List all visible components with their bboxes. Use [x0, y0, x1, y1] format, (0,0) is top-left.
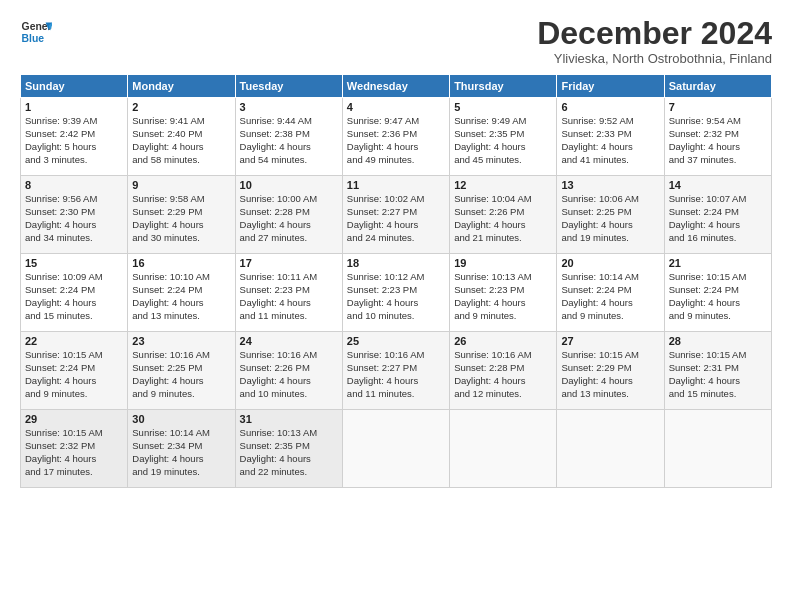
- table-row: 22Sunrise: 10:15 AM Sunset: 2:24 PM Dayl…: [21, 332, 128, 410]
- table-row: 10Sunrise: 10:00 AM Sunset: 2:28 PM Dayl…: [235, 176, 342, 254]
- day-info: Sunrise: 10:10 AM Sunset: 2:24 PM Daylig…: [132, 271, 230, 322]
- col-thursday: Thursday: [450, 75, 557, 98]
- day-number: 23: [132, 335, 230, 347]
- day-info: Sunrise: 10:02 AM Sunset: 2:27 PM Daylig…: [347, 193, 445, 244]
- header: General Blue December 2024 Ylivieska, No…: [20, 16, 772, 66]
- day-info: Sunrise: 9:47 AM Sunset: 2:36 PM Dayligh…: [347, 115, 445, 166]
- day-info: Sunrise: 9:52 AM Sunset: 2:33 PM Dayligh…: [561, 115, 659, 166]
- day-info: Sunrise: 10:13 AM Sunset: 2:23 PM Daylig…: [454, 271, 552, 322]
- day-number: 1: [25, 101, 123, 113]
- day-info: Sunrise: 10:16 AM Sunset: 2:28 PM Daylig…: [454, 349, 552, 400]
- table-row: 27Sunrise: 10:15 AM Sunset: 2:29 PM Dayl…: [557, 332, 664, 410]
- table-row: 5Sunrise: 9:49 AM Sunset: 2:35 PM Daylig…: [450, 98, 557, 176]
- table-row: 23Sunrise: 10:16 AM Sunset: 2:25 PM Dayl…: [128, 332, 235, 410]
- day-number: 10: [240, 179, 338, 191]
- table-row: 8Sunrise: 9:56 AM Sunset: 2:30 PM Daylig…: [21, 176, 128, 254]
- table-row: 30Sunrise: 10:14 AM Sunset: 2:34 PM Dayl…: [128, 410, 235, 488]
- day-number: 13: [561, 179, 659, 191]
- day-number: 17: [240, 257, 338, 269]
- day-info: Sunrise: 10:15 AM Sunset: 2:29 PM Daylig…: [561, 349, 659, 400]
- calendar-header-row: Sunday Monday Tuesday Wednesday Thursday…: [21, 75, 772, 98]
- col-wednesday: Wednesday: [342, 75, 449, 98]
- day-number: 28: [669, 335, 767, 347]
- table-row: 7Sunrise: 9:54 AM Sunset: 2:32 PM Daylig…: [664, 98, 771, 176]
- day-number: 2: [132, 101, 230, 113]
- day-info: Sunrise: 9:44 AM Sunset: 2:38 PM Dayligh…: [240, 115, 338, 166]
- table-row: 31Sunrise: 10:13 AM Sunset: 2:35 PM Dayl…: [235, 410, 342, 488]
- day-number: 27: [561, 335, 659, 347]
- table-row: 16Sunrise: 10:10 AM Sunset: 2:24 PM Dayl…: [128, 254, 235, 332]
- table-row: 1Sunrise: 9:39 AM Sunset: 2:42 PM Daylig…: [21, 98, 128, 176]
- table-row: 2Sunrise: 9:41 AM Sunset: 2:40 PM Daylig…: [128, 98, 235, 176]
- day-info: Sunrise: 10:16 AM Sunset: 2:26 PM Daylig…: [240, 349, 338, 400]
- logo-icon: General Blue: [20, 16, 52, 48]
- day-info: Sunrise: 10:15 AM Sunset: 2:31 PM Daylig…: [669, 349, 767, 400]
- calendar-table: Sunday Monday Tuesday Wednesday Thursday…: [20, 74, 772, 488]
- day-number: 16: [132, 257, 230, 269]
- calendar-week-1: 1Sunrise: 9:39 AM Sunset: 2:42 PM Daylig…: [21, 98, 772, 176]
- calendar-week-4: 22Sunrise: 10:15 AM Sunset: 2:24 PM Dayl…: [21, 332, 772, 410]
- table-row: 9Sunrise: 9:58 AM Sunset: 2:29 PM Daylig…: [128, 176, 235, 254]
- day-number: 18: [347, 257, 445, 269]
- day-number: 25: [347, 335, 445, 347]
- day-number: 31: [240, 413, 338, 425]
- month-title: December 2024: [537, 16, 772, 51]
- day-info: Sunrise: 9:49 AM Sunset: 2:35 PM Dayligh…: [454, 115, 552, 166]
- day-number: 26: [454, 335, 552, 347]
- day-number: 11: [347, 179, 445, 191]
- col-friday: Friday: [557, 75, 664, 98]
- table-row: 17Sunrise: 10:11 AM Sunset: 2:23 PM Dayl…: [235, 254, 342, 332]
- day-info: Sunrise: 10:15 AM Sunset: 2:24 PM Daylig…: [25, 349, 123, 400]
- svg-text:Blue: Blue: [22, 33, 45, 44]
- day-number: 14: [669, 179, 767, 191]
- page: General Blue December 2024 Ylivieska, No…: [0, 0, 792, 612]
- table-row: 19Sunrise: 10:13 AM Sunset: 2:23 PM Dayl…: [450, 254, 557, 332]
- col-sunday: Sunday: [21, 75, 128, 98]
- day-number: 8: [25, 179, 123, 191]
- day-number: 20: [561, 257, 659, 269]
- day-info: Sunrise: 10:04 AM Sunset: 2:26 PM Daylig…: [454, 193, 552, 244]
- col-tuesday: Tuesday: [235, 75, 342, 98]
- day-info: Sunrise: 10:06 AM Sunset: 2:25 PM Daylig…: [561, 193, 659, 244]
- col-monday: Monday: [128, 75, 235, 98]
- table-row: 6Sunrise: 9:52 AM Sunset: 2:33 PM Daylig…: [557, 98, 664, 176]
- day-number: 15: [25, 257, 123, 269]
- day-info: Sunrise: 10:16 AM Sunset: 2:27 PM Daylig…: [347, 349, 445, 400]
- table-row: 14Sunrise: 10:07 AM Sunset: 2:24 PM Dayl…: [664, 176, 771, 254]
- table-row: 29Sunrise: 10:15 AM Sunset: 2:32 PM Dayl…: [21, 410, 128, 488]
- table-row: 20Sunrise: 10:14 AM Sunset: 2:24 PM Dayl…: [557, 254, 664, 332]
- day-info: Sunrise: 10:11 AM Sunset: 2:23 PM Daylig…: [240, 271, 338, 322]
- table-row: 24Sunrise: 10:16 AM Sunset: 2:26 PM Dayl…: [235, 332, 342, 410]
- table-row: 13Sunrise: 10:06 AM Sunset: 2:25 PM Dayl…: [557, 176, 664, 254]
- day-info: Sunrise: 10:09 AM Sunset: 2:24 PM Daylig…: [25, 271, 123, 322]
- day-number: 9: [132, 179, 230, 191]
- day-info: Sunrise: 10:12 AM Sunset: 2:23 PM Daylig…: [347, 271, 445, 322]
- day-info: Sunrise: 9:58 AM Sunset: 2:29 PM Dayligh…: [132, 193, 230, 244]
- day-number: 4: [347, 101, 445, 113]
- day-info: Sunrise: 10:16 AM Sunset: 2:25 PM Daylig…: [132, 349, 230, 400]
- logo: General Blue: [20, 16, 52, 48]
- title-block: December 2024 Ylivieska, North Ostroboth…: [537, 16, 772, 66]
- day-number: 3: [240, 101, 338, 113]
- day-info: Sunrise: 10:15 AM Sunset: 2:32 PM Daylig…: [25, 427, 123, 478]
- day-number: 19: [454, 257, 552, 269]
- day-info: Sunrise: 10:00 AM Sunset: 2:28 PM Daylig…: [240, 193, 338, 244]
- day-number: 6: [561, 101, 659, 113]
- day-number: 12: [454, 179, 552, 191]
- day-info: Sunrise: 10:13 AM Sunset: 2:35 PM Daylig…: [240, 427, 338, 478]
- day-info: Sunrise: 10:14 AM Sunset: 2:34 PM Daylig…: [132, 427, 230, 478]
- day-info: Sunrise: 9:41 AM Sunset: 2:40 PM Dayligh…: [132, 115, 230, 166]
- table-row: 25Sunrise: 10:16 AM Sunset: 2:27 PM Dayl…: [342, 332, 449, 410]
- table-row: 26Sunrise: 10:16 AM Sunset: 2:28 PM Dayl…: [450, 332, 557, 410]
- day-info: Sunrise: 10:15 AM Sunset: 2:24 PM Daylig…: [669, 271, 767, 322]
- day-info: Sunrise: 9:54 AM Sunset: 2:32 PM Dayligh…: [669, 115, 767, 166]
- subtitle: Ylivieska, North Ostrobothnia, Finland: [537, 51, 772, 66]
- day-info: Sunrise: 9:56 AM Sunset: 2:30 PM Dayligh…: [25, 193, 123, 244]
- day-info: Sunrise: 10:07 AM Sunset: 2:24 PM Daylig…: [669, 193, 767, 244]
- day-number: 24: [240, 335, 338, 347]
- table-row: 4Sunrise: 9:47 AM Sunset: 2:36 PM Daylig…: [342, 98, 449, 176]
- table-row: 11Sunrise: 10:02 AM Sunset: 2:27 PM Dayl…: [342, 176, 449, 254]
- calendar-week-2: 8Sunrise: 9:56 AM Sunset: 2:30 PM Daylig…: [21, 176, 772, 254]
- table-row: [557, 410, 664, 488]
- day-number: 29: [25, 413, 123, 425]
